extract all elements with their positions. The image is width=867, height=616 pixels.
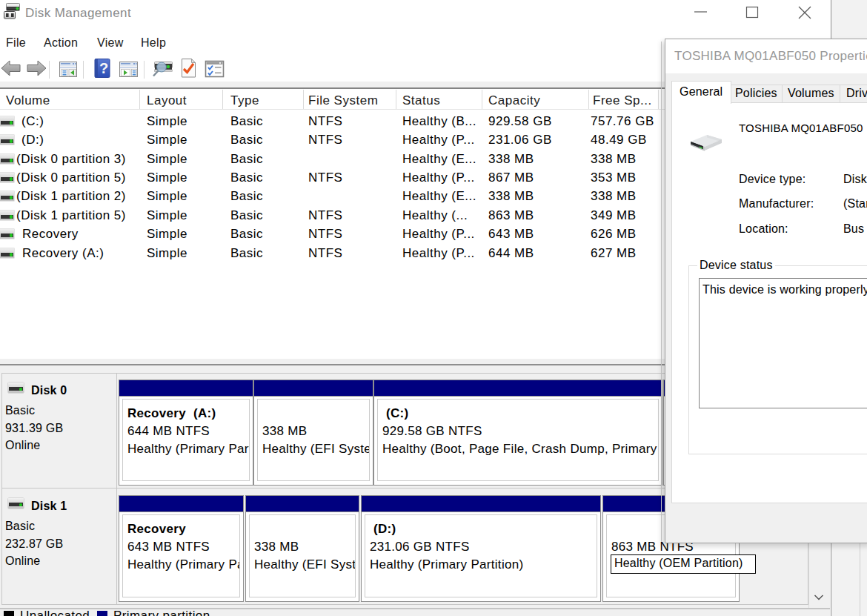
svg-text:?: ? — [99, 60, 108, 76]
